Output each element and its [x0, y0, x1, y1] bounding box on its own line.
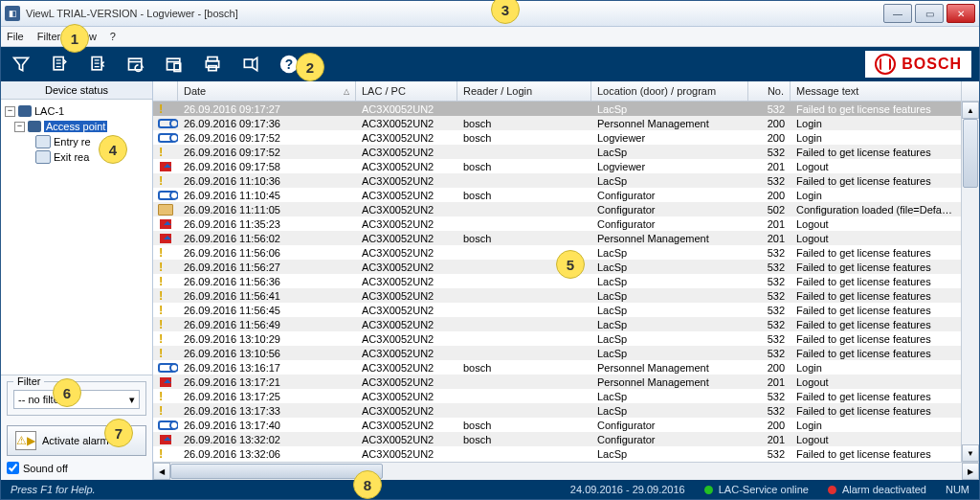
- cell-location: LacSp: [591, 305, 748, 316]
- cell-no: 201: [748, 161, 791, 172]
- activate-alarm-button[interactable]: ⚠▶ Activate alarm: [7, 425, 146, 456]
- cell-location: Personnel Management: [591, 362, 748, 374]
- table-row[interactable]: 26.09.2016 09:17:52AC3X0052UN2boschLogvi…: [153, 130, 962, 145]
- cell-lac: AC3X0052UN2: [356, 290, 457, 302]
- menu-help[interactable]: ?: [110, 31, 116, 42]
- minimize-button[interactable]: —: [883, 4, 912, 23]
- cell-lac: AC3X0052UN2: [356, 103, 457, 115]
- cell-lac: AC3X0052UN2: [356, 247, 457, 259]
- table-row[interactable]: !26.09.2016 11:56:45AC3X0052UN2LacSp532F…: [153, 303, 962, 317]
- cell-lac: AC3X0052UN2: [356, 132, 457, 144]
- cell-location: LacSp: [591, 319, 748, 330]
- cell-message: Failed to get license features: [791, 247, 962, 259]
- cell-lac: AC3X0052UN2: [356, 348, 457, 359]
- menu-view[interactable]: View: [74, 31, 97, 42]
- scroll-thumb[interactable]: [963, 119, 978, 188]
- table-row[interactable]: 26.09.2016 11:11:05AC3X0052UN2Configurat…: [153, 202, 962, 216]
- menu-filter[interactable]: Filter: [37, 31, 60, 42]
- cell-date: 26.09.2016 11:56:36: [178, 276, 356, 287]
- warning-icon: !: [159, 391, 172, 402]
- table-row[interactable]: !26.09.2016 13:17:25AC3X0052UN2LacSp532F…: [153, 389, 962, 403]
- logout-icon: [160, 377, 171, 387]
- maximize-button[interactable]: ▭: [915, 4, 944, 23]
- svg-rect-8: [244, 59, 252, 67]
- hscroll-thumb[interactable]: [170, 464, 383, 479]
- cell-date: 26.09.2016 11:56:02: [178, 233, 356, 244]
- filter-group: Filter -- no filter --▾: [7, 381, 146, 416]
- table-row[interactable]: !26.09.2016 11:10:36AC3X0052UN2LacSp532F…: [153, 173, 962, 188]
- tree-node-lac[interactable]: −LAC-1: [3, 103, 150, 119]
- horizontal-scrollbar[interactable]: ◀ ▶: [153, 462, 979, 480]
- table-row[interactable]: 26.09.2016 13:17:40AC3X0052UN2boschConfi…: [153, 418, 962, 432]
- table-row[interactable]: !26.09.2016 13:32:06AC3X0052UN2LacSp532F…: [153, 446, 962, 461]
- table-row[interactable]: !26.09.2016 11:56:06AC3X0052UN2LacSp532F…: [153, 245, 962, 260]
- table-row[interactable]: !26.09.2016 11:56:41AC3X0052UN2LacSp532F…: [153, 288, 962, 303]
- scroll-down-button[interactable]: ▼: [962, 444, 979, 462]
- live-icon[interactable]: [238, 52, 263, 77]
- calendar-page-icon[interactable]: [162, 52, 187, 77]
- cell-message: Login: [791, 362, 962, 374]
- table-row[interactable]: !26.09.2016 11:56:36AC3X0052UN2LacSp532F…: [153, 274, 962, 288]
- cell-lac: AC3X0052UN2: [356, 161, 457, 172]
- table-row[interactable]: 26.09.2016 11:56:02AC3X0052UN2boschPerso…: [153, 231, 962, 245]
- print-icon[interactable]: [200, 52, 225, 77]
- tree-leaf-exit[interactable]: Exit rea: [3, 149, 150, 165]
- scroll-up-button[interactable]: ▲: [962, 102, 979, 119]
- warning-icon: !: [159, 247, 172, 259]
- help-icon[interactable]: ?: [277, 52, 301, 77]
- col-date[interactable]: Date△: [178, 81, 356, 101]
- table-row[interactable]: !26.09.2016 13:17:33AC3X0052UN2LacSp532F…: [153, 403, 962, 418]
- table-row[interactable]: !26.09.2016 11:56:27AC3X0052UN2LacSp532F…: [153, 260, 962, 274]
- cell-no: 532: [748, 448, 791, 460]
- tree-leaf-entry[interactable]: Entry re: [3, 134, 150, 149]
- table-row[interactable]: 26.09.2016 13:17:21AC3X0052UN2Personnel …: [153, 375, 962, 389]
- cell-date: 26.09.2016 09:17:27: [178, 103, 356, 115]
- col-location[interactable]: Location (door) / program: [591, 81, 748, 101]
- col-message[interactable]: Message text: [791, 81, 962, 101]
- titlebar[interactable]: ◧ ViewL TRIAL-VERSION - Logviewer - [bos…: [1, 1, 979, 27]
- calendar-refresh-icon[interactable]: [123, 52, 148, 77]
- col-lac[interactable]: LAC / PC: [356, 81, 457, 101]
- bosch-logo: BOSCH: [865, 51, 971, 78]
- table-row[interactable]: 26.09.2016 13:32:02AC3X0052UN2boschConfi…: [153, 432, 962, 446]
- tree-node-access-point[interactable]: −Access point: [3, 119, 150, 134]
- table-row[interactable]: 26.09.2016 11:10:45AC3X0052UN2boschConfi…: [153, 188, 962, 202]
- filter-icon[interactable]: [9, 52, 33, 77]
- scroll-right-button[interactable]: ▶: [962, 463, 979, 480]
- scroll-left-button[interactable]: ◀: [153, 463, 170, 480]
- cell-reader: bosch: [457, 420, 591, 431]
- table-row[interactable]: !26.09.2016 13:10:56AC3X0052UN2LacSp532F…: [153, 346, 962, 360]
- cell-date: 26.09.2016 13:32:02: [178, 434, 356, 445]
- cell-lac: AC3X0052UN2: [356, 204, 457, 216]
- table-row[interactable]: !26.09.2016 11:56:49AC3X0052UN2LacSp532F…: [153, 317, 962, 331]
- table-row[interactable]: 26.09.2016 09:17:36AC3X0052UN2boschPerso…: [153, 116, 962, 130]
- col-reader[interactable]: Reader / Login: [457, 81, 591, 101]
- cell-location: Personnel Management: [591, 376, 748, 388]
- cell-location: Logviewer: [591, 132, 748, 144]
- sound-off-checkbox[interactable]: [7, 462, 19, 474]
- device-tree[interactable]: −LAC-1 −Access point Entry re Exit rea: [1, 100, 152, 375]
- table-row[interactable]: !26.09.2016 13:10:29AC3X0052UN2LacSp532F…: [153, 331, 962, 346]
- table-row[interactable]: !26.09.2016 09:17:52AC3X0052UN2LacSp532F…: [153, 145, 962, 159]
- cell-reader: bosch: [457, 161, 591, 172]
- close-button[interactable]: ✕: [947, 4, 975, 23]
- table-row[interactable]: 26.09.2016 13:16:17AC3X0052UN2boschPerso…: [153, 360, 962, 375]
- cell-lac: AC3X0052UN2: [356, 218, 457, 230]
- cell-reader: bosch: [457, 190, 591, 201]
- table-row[interactable]: 26.09.2016 11:35:23AC3X0052UN2Configurat…: [153, 216, 962, 231]
- filter-select[interactable]: -- no filter --▾: [13, 390, 140, 409]
- table-row[interactable]: !26.09.2016 09:17:27AC3X0052UN2LacSp532F…: [153, 102, 962, 116]
- cell-lac: AC3X0052UN2: [356, 333, 457, 345]
- col-icon[interactable]: [153, 81, 178, 101]
- table-row[interactable]: 26.09.2016 09:17:58AC3X0052UN2boschLogvi…: [153, 159, 962, 173]
- toolbar: ? BOSCH: [1, 47, 979, 81]
- import-icon[interactable]: [85, 52, 110, 77]
- col-no[interactable]: No.: [748, 81, 791, 101]
- cell-date: 26.09.2016 11:56:49: [178, 319, 356, 330]
- logout-icon: [160, 435, 171, 444]
- vertical-scrollbar[interactable]: ▲ ▼: [961, 102, 979, 462]
- cell-reader: bosch: [457, 362, 591, 374]
- export-icon[interactable]: [47, 52, 72, 77]
- cell-no: 532: [748, 261, 791, 273]
- menu-file[interactable]: File: [7, 31, 24, 42]
